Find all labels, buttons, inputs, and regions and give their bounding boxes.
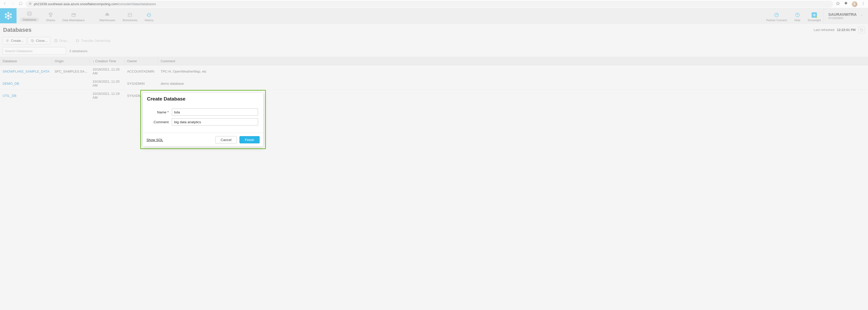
finish-button[interactable]: Finish (240, 136, 259, 144)
name-label: Name * (148, 110, 169, 114)
comment-input[interactable] (172, 118, 258, 126)
comment-label: Comment (148, 120, 169, 124)
cancel-button[interactable]: Cancel (215, 136, 237, 144)
show-sql-link[interactable]: Show SQL (147, 138, 163, 142)
dialog-title: Create Database (143, 92, 263, 104)
name-input[interactable] (172, 108, 258, 116)
modal-overlay: Create Database Name * Comment Show SQL … (0, 0, 868, 310)
create-database-dialog: Create Database Name * Comment Show SQL … (140, 90, 266, 149)
